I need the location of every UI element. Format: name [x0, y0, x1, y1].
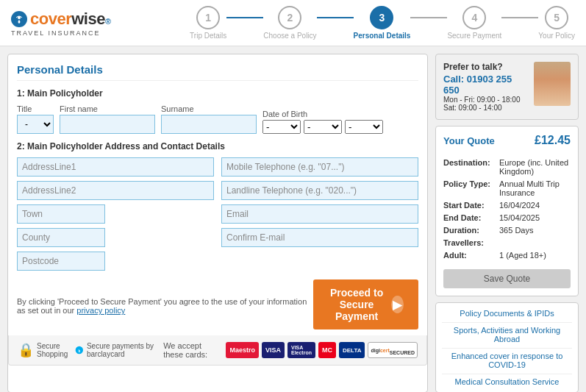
postcode-input[interactable]	[17, 252, 105, 271]
surname-label: Surname	[161, 104, 257, 113]
link-covid[interactable]: Enhanced cover in response to COVID-19	[442, 352, 572, 369]
adult-row: Adult: 1 (Aged 18+)	[443, 251, 571, 260]
talk-hours2: Sat: 09:00 - 14:00	[443, 104, 528, 112]
right-panel: Prefer to talk? Call: 01903 255 650 Mon …	[435, 54, 579, 392]
county-input[interactable]	[17, 228, 105, 247]
surname-input[interactable]	[161, 115, 257, 134]
address-col-right	[221, 157, 418, 271]
proceed-arrow-icon: ▶	[391, 296, 404, 313]
quote-price: £12.45	[535, 134, 571, 147]
step-4: 4 Secure Payment	[447, 6, 501, 40]
talk-hours1: Mon - Fri: 09:00 - 18:00	[443, 96, 528, 104]
step-line-4-5	[501, 17, 538, 18]
logo: coverwise® TRAVEL INSURANCE	[11, 10, 111, 37]
barclaycard-icon: b	[75, 343, 84, 357]
lock-icon: 🔒	[18, 342, 34, 358]
dob-day-select[interactable]: -	[262, 120, 301, 134]
step-1: 1 Trip Details	[190, 6, 226, 40]
dob-month-select[interactable]: -	[304, 120, 342, 134]
links-box: Policy Documents & IPIDs Sports, Activit…	[435, 302, 579, 392]
section1-title: 1: Main Policyholder	[17, 88, 418, 99]
barclaycard-badge: b Secure payments by barclaycard	[75, 342, 156, 358]
step-line-1-2	[226, 17, 263, 18]
address-col-left	[17, 157, 214, 271]
form-panel: Personal Details 1: Main Policyholder Ti…	[7, 54, 428, 392]
destination-row: Destination: Europe (inc. United Kingdom…	[443, 158, 571, 176]
firstname-group: First name	[60, 104, 155, 134]
link-policy-docs[interactable]: Policy Documents & IPIDs	[442, 309, 572, 318]
progress-steps: 1 Trip Details 2 Choose a Policy 3 Perso…	[190, 6, 575, 40]
surname-group: Surname	[161, 104, 257, 134]
travellers-row: Travellers:	[443, 238, 571, 247]
section2-title: 2: Main Policyholder Address and Contact…	[17, 141, 418, 152]
save-quote-button[interactable]: Save Quote	[443, 269, 571, 288]
policy-row: Policy Type: Annual Multi Trip Insurance	[443, 179, 571, 197]
step-2: 2 Choose a Policy	[263, 6, 316, 40]
quote-title: Your Quote	[443, 135, 495, 146]
mastercard-icon: MC	[318, 342, 336, 358]
dob-label: Date of Birth	[262, 110, 383, 118]
title-group: Title -MrMrsMsDr	[17, 104, 54, 134]
section2: 2: Main Policyholder Address and Contact…	[17, 141, 418, 271]
step-line-2-3	[317, 17, 354, 18]
address2-input[interactable]	[17, 181, 214, 200]
consent-text: By clicking 'Proceed to Secure Payment' …	[17, 297, 309, 315]
digicert-icon: digicertSECURED	[368, 342, 418, 358]
mobile-input[interactable]	[221, 157, 418, 177]
landline-input[interactable]	[221, 181, 418, 200]
firstname-label: First name	[60, 104, 155, 113]
firstname-input[interactable]	[60, 115, 155, 134]
start-row: Start Date: 16/04/2024	[443, 201, 571, 210]
link-medical[interactable]: Medical Consultation Service	[442, 377, 572, 386]
step-3: 3 Personal Details	[354, 6, 411, 40]
quote-box: Your Quote £12.45 Destination: Europe (i…	[435, 126, 579, 296]
talk-phone: Call: 01903 255 650	[443, 74, 528, 96]
title-label: Title	[17, 104, 54, 113]
cards-label: We accept these cards:	[163, 341, 218, 359]
visa-icon: VISA	[262, 342, 285, 358]
end-row: End Date: 15/04/2025	[443, 213, 571, 222]
talk-box: Prefer to talk? Call: 01903 255 650 Mon …	[435, 54, 579, 120]
agent-image	[534, 62, 571, 106]
secure-badge: 🔒 Secure Shopping	[18, 342, 68, 358]
talk-heading: Prefer to talk?	[443, 62, 528, 72]
link-sports[interactable]: Sports, Activities and Working Abroad	[442, 326, 572, 343]
delta-icon: DELTA	[339, 342, 365, 358]
proceed-button[interactable]: Proceed to Secure Payment ▶	[313, 279, 418, 329]
dob-group: Date of Birth - - -	[262, 110, 383, 134]
town-input[interactable]	[17, 204, 105, 224]
dob-year-select[interactable]: -	[345, 120, 383, 134]
maestro-icon: Maestro	[226, 342, 259, 358]
email-input[interactable]	[221, 204, 418, 224]
address1-input[interactable]	[17, 157, 214, 177]
section-title: Personal Details	[17, 63, 418, 81]
title-select[interactable]: -MrMrsMsDr	[17, 115, 54, 134]
privacy-link[interactable]: privacy policy	[76, 306, 125, 315]
confirm-email-input[interactable]	[221, 228, 418, 247]
step-line-3-4	[410, 17, 447, 18]
svg-text:b: b	[79, 349, 81, 353]
card-icons: Maestro VISA VISAElectron MC DELTA digic…	[226, 342, 418, 358]
step-5: 5 Your Policy	[538, 6, 575, 40]
visa-electron-icon: VISAElectron	[287, 342, 315, 358]
footer-strip: 🔒 Secure Shopping b Secure payments by b…	[8, 335, 427, 366]
logo-icon	[11, 11, 27, 27]
duration-row: Duration: 365 Days	[443, 226, 571, 235]
